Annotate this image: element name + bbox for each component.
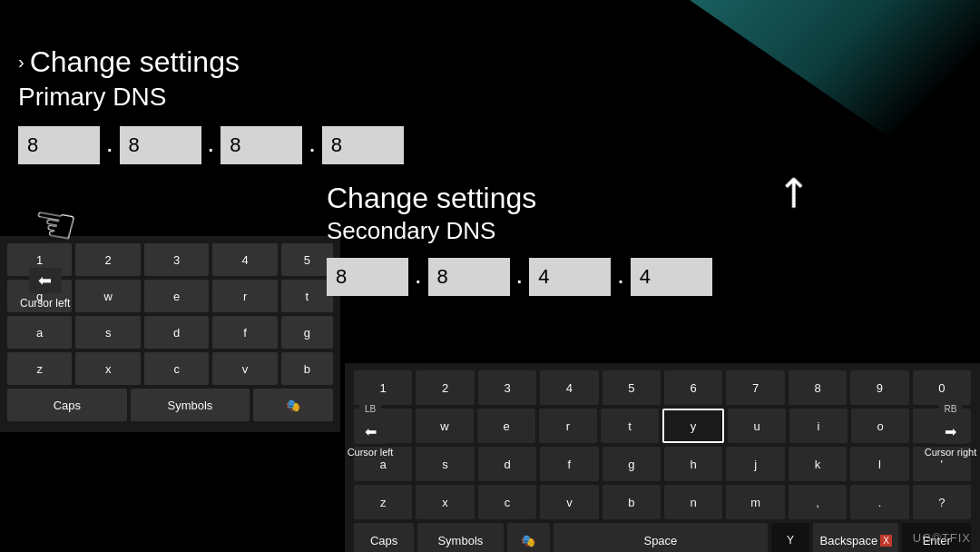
sec-symbols-key[interactable]: Symbols: [417, 523, 503, 552]
secondary-title: Change settings: [327, 182, 980, 215]
sec-key-3[interactable]: 3: [478, 370, 536, 405]
secondary-cursor-left[interactable]: LB ⬅ Cursor left: [347, 402, 394, 458]
sec-key-j[interactable]: j: [726, 447, 784, 481]
cursor-left-sec-label: Cursor left: [348, 447, 394, 458]
sec-key-h[interactable]: h: [664, 447, 722, 481]
sec-key-x[interactable]: x: [416, 485, 474, 519]
sec-key-4[interactable]: 4: [540, 370, 598, 405]
sec-key-0[interactable]: 0: [913, 370, 971, 405]
primary-emoji-key[interactable]: 🎭: [253, 389, 333, 421]
dns-dot-sec-2: .: [517, 267, 523, 288]
primary-dns-field-2[interactable]: 8: [120, 126, 201, 164]
sec-key-v[interactable]: v: [540, 485, 598, 519]
sec-key-2[interactable]: 2: [416, 370, 474, 405]
sec-key-comma[interactable]: ,: [789, 485, 847, 519]
dns-dot-1: .: [107, 135, 113, 156]
sec-key-b[interactable]: b: [603, 485, 661, 519]
sec-y-indicator: Y: [771, 523, 809, 552]
primary-key-r[interactable]: r: [212, 280, 277, 312]
sec-key-r[interactable]: r: [539, 409, 597, 443]
sec-key-y[interactable]: y: [662, 409, 724, 443]
primary-key-g[interactable]: g: [281, 316, 333, 349]
secondary-dns-fields: 8 . 8 . 4 . 4: [327, 258, 980, 296]
sec-key-9[interactable]: 9: [850, 370, 908, 405]
secondary-dns-field-3[interactable]: 4: [529, 258, 611, 296]
primary-key-s[interactable]: s: [75, 316, 140, 349]
primary-key-z[interactable]: z: [7, 352, 72, 385]
sec-key-o[interactable]: o: [851, 409, 909, 443]
sec-key-8[interactable]: 8: [789, 370, 847, 405]
primary-kb-row-zxcv: z x c v b: [7, 352, 333, 385]
secondary-dns-field-4[interactable]: 4: [631, 258, 712, 296]
secondary-kb-row-nums: 1 2 3 4 5 6 7 8 9 0: [354, 370, 971, 405]
primary-dns-fields: 8 . 8 . 8 . 8: [18, 126, 526, 164]
primary-key-f[interactable]: f: [212, 316, 277, 349]
secondary-subtitle: Secondary DNS: [327, 217, 980, 245]
primary-key-4[interactable]: 4: [212, 243, 277, 276]
secondary-dns-panel: Change settings Secondary DNS 8 . 8 . 4 …: [327, 182, 980, 314]
primary-dns-field-4[interactable]: 8: [322, 126, 404, 164]
sec-key-z[interactable]: z: [354, 485, 412, 519]
secondary-kb-row-qwerty: q w e r t y u i o p: [354, 409, 971, 443]
background-teal: [690, 0, 980, 200]
lb-badge: LB: [359, 402, 381, 416]
secondary-dns-field-2[interactable]: 8: [428, 258, 510, 296]
primary-key-a[interactable]: a: [7, 316, 72, 349]
secondary-cursor-right[interactable]: RB ➡ Cursor right: [921, 402, 980, 458]
sec-key-w[interactable]: w: [416, 409, 474, 443]
primary-key-w[interactable]: w: [75, 280, 140, 312]
sec-key-6[interactable]: 6: [664, 370, 722, 405]
sec-space-key[interactable]: Space: [554, 523, 768, 552]
primary-key-2[interactable]: 2: [75, 243, 140, 276]
chevron-icon: ›: [18, 52, 24, 73]
watermark: UG©TFIX: [913, 531, 971, 545]
sec-key-l[interactable]: l: [850, 447, 908, 481]
primary-key-5[interactable]: 5: [281, 243, 333, 276]
sec-key-n[interactable]: n: [664, 485, 722, 519]
primary-key-v[interactable]: v: [212, 352, 277, 385]
primary-key-b[interactable]: b: [281, 352, 333, 385]
sec-key-k[interactable]: k: [789, 447, 847, 481]
sec-key-m[interactable]: m: [726, 485, 784, 519]
rb-badge: RB: [939, 402, 963, 416]
primary-key-e[interactable]: e: [144, 280, 209, 312]
sec-key-question[interactable]: ?: [913, 485, 971, 519]
cursor-left-icon: ⬅: [29, 268, 62, 293]
sec-key-period[interactable]: .: [850, 485, 908, 519]
primary-caps-key[interactable]: Caps: [7, 389, 127, 421]
sec-key-7[interactable]: 7: [726, 370, 784, 405]
sec-key-u[interactable]: u: [728, 409, 786, 443]
sec-caps-key[interactable]: Caps: [354, 523, 414, 552]
sec-key-t[interactable]: t: [601, 409, 659, 443]
primary-dns-field-1[interactable]: 8: [18, 126, 100, 164]
sec-key-g[interactable]: g: [603, 447, 661, 481]
primary-key-d[interactable]: d: [144, 316, 209, 349]
primary-cursor-left[interactable]: ⬅ Cursor left: [20, 268, 70, 310]
primary-dns-field-3[interactable]: 8: [220, 126, 302, 164]
primary-symbols-key[interactable]: Symbols: [131, 389, 250, 421]
primary-key-c[interactable]: c: [144, 352, 209, 385]
sec-emoji-key[interactable]: 🎭: [507, 523, 550, 552]
sec-key-e[interactable]: e: [477, 409, 535, 443]
primary-title: Change settings: [30, 45, 240, 79]
cursor-right-label: Cursor right: [925, 447, 976, 458]
dns-dot-sec-3: .: [618, 267, 623, 288]
sec-key-i[interactable]: i: [789, 409, 848, 443]
cursor-right-icon: ➡: [935, 419, 967, 444]
dns-dot-sec-1: .: [416, 267, 421, 288]
sec-backspace-key[interactable]: Backspace X: [813, 523, 898, 552]
sec-key-1[interactable]: 1: [354, 370, 412, 405]
primary-key-x[interactable]: x: [75, 352, 140, 385]
sec-key-f[interactable]: f: [540, 447, 598, 481]
secondary-kb-bottom-row: Caps Symbols 🎭 Space Y Backspace X Enter: [354, 523, 971, 552]
sec-key-c[interactable]: c: [478, 485, 536, 519]
primary-key-t[interactable]: t: [281, 280, 333, 312]
secondary-dns-field-1[interactable]: 8: [327, 258, 408, 296]
sec-key-5[interactable]: 5: [603, 370, 661, 405]
sec-key-s[interactable]: s: [416, 447, 474, 481]
secondary-keyboard: 1 2 3 4 5 6 7 8 9 0 q w e r t y u i o p …: [345, 363, 980, 552]
cursor-left-label: Cursor left: [20, 297, 70, 310]
sec-key-d[interactable]: d: [478, 447, 536, 481]
primary-key-3[interactable]: 3: [144, 243, 209, 276]
primary-dns-panel: › Change settings Primary DNS 8 . 8 . 8 …: [18, 45, 526, 182]
